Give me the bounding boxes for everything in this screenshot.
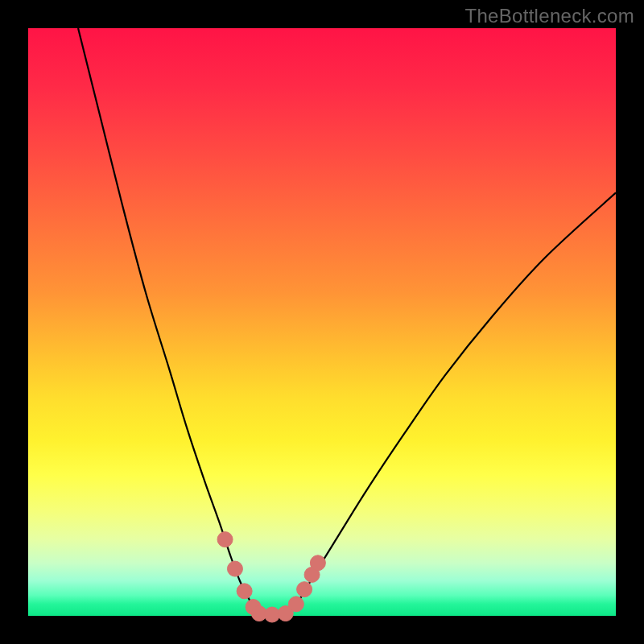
- marker-dot: [227, 561, 242, 576]
- marker-dot: [217, 532, 233, 547]
- curve-left-path: [78, 28, 260, 616]
- plot-area: [28, 28, 616, 616]
- watermark-text: TheBottleneck.com: [464, 5, 634, 27]
- chart-frame: TheBottleneck.com: [0, 0, 644, 644]
- curve-right-path: [287, 192, 616, 616]
- marker-dot: [310, 555, 325, 571]
- marker-dot: [297, 582, 312, 597]
- marker-dot: [264, 607, 279, 622]
- curve-svg: [28, 28, 616, 616]
- marker-group: [217, 532, 325, 622]
- marker-dot: [288, 597, 303, 612]
- marker-dot: [237, 584, 252, 599]
